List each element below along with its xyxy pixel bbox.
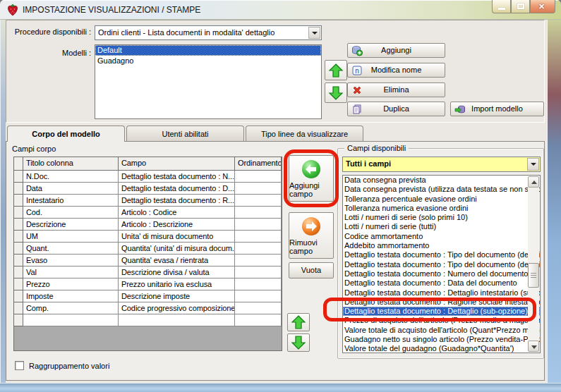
- model-list-item[interactable]: Guadagno: [95, 56, 321, 66]
- empty-button[interactable]: Vuota: [289, 262, 334, 278]
- grid-cell-ordinamento[interactable]: [235, 219, 282, 231]
- rename-model-button[interactable]: n Modifica nome: [347, 63, 445, 78]
- tab[interactable]: Tipo linee da visualizzare: [246, 125, 363, 141]
- grid-cell-ordinamento[interactable]: [235, 183, 282, 195]
- available-field-item[interactable]: Valore totale di acquisto dell'articolo …: [343, 326, 540, 335]
- delete-model-button[interactable]: Elimina: [347, 82, 445, 97]
- grid-cell-titolo[interactable]: Cod.: [23, 207, 119, 219]
- grid-row[interactable]: [14, 314, 282, 326]
- grid-row-selector[interactable]: [14, 195, 23, 207]
- grid-row[interactable]: Descrizione Articolo : Descrizione: [14, 219, 282, 231]
- grid-row[interactable]: Evaso Quantita' evasa / rientrata: [14, 255, 282, 267]
- tab[interactable]: Corpo del modello: [7, 125, 125, 142]
- available-field-item[interactable]: Tolleranza percentuale evasione ordini: [343, 195, 540, 204]
- grid-row[interactable]: Intestatario Dettaglio testata documento…: [14, 195, 282, 207]
- available-field-item[interactable]: Dettaglio testata documento : Tipo del d…: [343, 250, 540, 259]
- grid-row-selector[interactable]: [14, 278, 23, 290]
- grid-row-selector[interactable]: [14, 302, 23, 314]
- import-model-button[interactable]: Import modello: [450, 102, 544, 116]
- available-field-item[interactable]: Data consegna prevista: [343, 176, 540, 185]
- available-field-item[interactable]: Data consegna prevista (utilizza data te…: [343, 185, 540, 194]
- grid-cell-titolo[interactable]: Data: [23, 183, 119, 195]
- grouping-checkbox[interactable]: [15, 361, 24, 370]
- model-move-up-button[interactable]: [325, 60, 347, 80]
- grid-cell-ordinamento[interactable]: [235, 243, 282, 255]
- grid-cell-campo[interactable]: Unita' di misura documento: [119, 231, 235, 243]
- duplicate-model-button[interactable]: Duplica: [347, 102, 445, 116]
- grid-cell-campo[interactable]: Codice progressivo composizione: [119, 302, 235, 314]
- campi-corpo-grid[interactable]: Titolo colonna Campo Ordinamento N.Doc. …: [13, 157, 282, 351]
- grid-cell-titolo[interactable]: Prezzo: [23, 278, 119, 290]
- grid-cell-campo[interactable]: Prezzo unitario iva esclusa: [119, 278, 235, 290]
- add-model-button[interactable]: Aggiungi: [347, 43, 445, 58]
- field-filter-dropdown-button[interactable]: [527, 158, 539, 171]
- grid-cell-titolo[interactable]: Comp.: [23, 302, 119, 314]
- scrollbar-thumb[interactable]: [528, 263, 539, 288]
- model-list-item[interactable]: Default: [95, 45, 321, 56]
- grid-cell-titolo[interactable]: Descrizione: [23, 219, 119, 231]
- grid-row[interactable]: Data Dettaglio testata documento : D...: [14, 183, 282, 195]
- grid-row-selector[interactable]: [14, 231, 23, 243]
- grid-row-selector[interactable]: [14, 219, 23, 231]
- grid-row[interactable]: Comp. Codice progressivo composizione: [14, 302, 282, 314]
- grid-row-selector[interactable]: [14, 243, 23, 255]
- grid-cell-titolo[interactable]: UM: [23, 231, 119, 243]
- available-field-item[interactable]: Tolleranza numerica evasione ordini: [343, 204, 540, 213]
- grid-row-selector[interactable]: [14, 183, 23, 195]
- grid-cell-campo[interactable]: Dettaglio testata documento : D...: [119, 183, 235, 195]
- available-field-item[interactable]: Dettaglio testata documento : Data del d…: [343, 278, 540, 288]
- grid-row[interactable]: Prezzo Prezzo unitario iva esclusa: [14, 278, 282, 290]
- grid-row-selector[interactable]: [14, 290, 23, 302]
- model-move-down-button[interactable]: [325, 82, 347, 103]
- grid-cell-ordinamento[interactable]: [235, 267, 282, 278]
- grid-cell-titolo[interactable]: Evaso: [23, 255, 119, 267]
- grid-row[interactable]: Imposte Descrizione imposte: [14, 290, 282, 302]
- field-move-up-button[interactable]: [287, 313, 310, 331]
- grid-cell-titolo[interactable]: Intestatario: [23, 195, 119, 207]
- grouping-checkbox-row[interactable]: Raggruppamento valori: [15, 361, 109, 370]
- fields-scrollbar[interactable]: [528, 176, 539, 352]
- grid-row-selector[interactable]: [14, 267, 23, 278]
- grid-cell-campo[interactable]: Dettaglio testata documento : N...: [119, 171, 235, 183]
- grid-cell-ordinamento[interactable]: [235, 171, 282, 183]
- scroll-down-button[interactable]: [528, 341, 539, 352]
- minimize-button[interactable]: [492, 0, 511, 13]
- field-move-down-button[interactable]: [287, 333, 310, 352]
- remove-field-button[interactable]: Rimuovi campo: [289, 212, 334, 259]
- grid-cell-titolo[interactable]: Imposte: [23, 290, 119, 302]
- grid-cell-ordinamento[interactable]: [235, 231, 282, 243]
- grid-cell-ordinamento[interactable]: [235, 314, 282, 326]
- grid-cell-campo[interactable]: Dettaglio testata documento : R...: [119, 195, 235, 207]
- scroll-up-button[interactable]: [528, 176, 539, 188]
- grid-cell-titolo[interactable]: [23, 314, 119, 326]
- available-field-item[interactable]: Codice ammortamento: [343, 232, 540, 241]
- grid-cell-campo[interactable]: Articolo : Descrizione: [119, 219, 235, 231]
- grid-row[interactable]: N.Doc. Dettaglio testata documento : N..…: [14, 171, 282, 183]
- grid-cell-campo[interactable]: Descrizione divisa / valuta: [119, 267, 235, 278]
- grid-cell-ordinamento[interactable]: [235, 207, 282, 219]
- grid-row-selector[interactable]: [14, 314, 23, 326]
- grid-row-selector[interactable]: [14, 171, 23, 183]
- available-field-item[interactable]: Guadagno netto su singolo articolo (Prez…: [343, 335, 540, 344]
- close-button[interactable]: ✕: [530, 0, 555, 13]
- grid-cell-titolo[interactable]: Quant.: [23, 243, 119, 255]
- grid-row[interactable]: Val Descrizione divisa / valuta: [14, 267, 282, 278]
- grid-cell-ordinamento[interactable]: [235, 195, 282, 207]
- available-field-item[interactable]: Valore totale del guadagno (Guadagno*Qua…: [343, 344, 540, 353]
- tab[interactable]: Utenti abilitati: [126, 125, 244, 141]
- models-listbox[interactable]: DefaultGuadagno: [95, 44, 322, 119]
- grid-cell-titolo[interactable]: Val: [23, 267, 119, 278]
- grid-cell-ordinamento[interactable]: [235, 278, 282, 290]
- grid-column-header[interactable]: Ordinamento: [235, 157, 282, 171]
- grid-cell-ordinamento[interactable]: [235, 255, 282, 267]
- grid-cell-titolo[interactable]: N.Doc.: [23, 171, 119, 183]
- available-field-item[interactable]: Dettaglio testata documento : Tipo del d…: [343, 260, 540, 269]
- grid-column-header[interactable]: Titolo colonna: [23, 157, 119, 171]
- grid-row[interactable]: UM Unita' di misura documento: [14, 231, 282, 243]
- available-fields-listbox[interactable]: Data consegna previstaData consegna prev…: [342, 175, 541, 353]
- procedures-combobox-dropdown-button[interactable]: [308, 27, 320, 39]
- available-field-item[interactable]: Lotti / numeri di serie (solo primi 10): [343, 213, 540, 222]
- grid-cell-campo[interactable]: Descrizione imposte: [119, 290, 235, 302]
- field-filter-combobox[interactable]: Tutti i campi: [342, 157, 541, 172]
- grid-cell-campo[interactable]: Articolo : Codice: [119, 207, 235, 219]
